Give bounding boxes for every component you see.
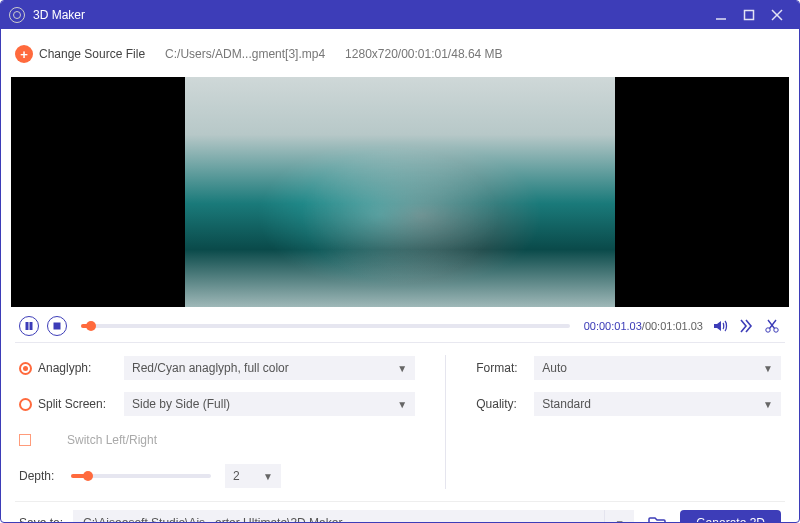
open-folder-button[interactable] bbox=[644, 510, 670, 523]
anaglyph-dropdown[interactable]: Red/Cyan anaglyph, full color▼ bbox=[124, 356, 415, 380]
chevron-down-icon: ▼ bbox=[263, 471, 273, 482]
playback-bar: 00:00:01.03/00:01:01.03 bbox=[15, 315, 785, 343]
depth-row: Depth: 2▼ bbox=[19, 463, 415, 489]
quality-label: Quality: bbox=[476, 397, 526, 411]
maximize-button[interactable] bbox=[735, 1, 763, 29]
svg-rect-6 bbox=[54, 323, 60, 329]
chevron-down-icon: ▼ bbox=[763, 399, 773, 410]
timecode: 00:00:01.03/00:01:01.03 bbox=[584, 320, 703, 332]
save-to-label: Save to: bbox=[19, 516, 63, 523]
format-row: Format: Auto▼ bbox=[476, 355, 781, 381]
source-file-meta: 1280x720/00:01:01/48.64 MB bbox=[345, 47, 502, 61]
titlebar[interactable]: 3D Maker bbox=[1, 1, 799, 29]
pause-button[interactable] bbox=[19, 316, 39, 336]
switch-lr-row: Switch Left/Right bbox=[19, 427, 415, 453]
split-screen-dropdown[interactable]: Side by Side (Full)▼ bbox=[124, 392, 415, 416]
column-separator bbox=[445, 355, 446, 489]
chevron-down-icon: ▼ bbox=[397, 363, 407, 374]
seek-slider[interactable] bbox=[81, 324, 570, 328]
app-icon bbox=[9, 7, 25, 23]
volume-button[interactable] bbox=[711, 317, 729, 335]
settings-panel: Anaglyph: Red/Cyan anaglyph, full color▼… bbox=[15, 351, 785, 489]
split-screen-row: Split Screen: Side by Side (Full)▼ bbox=[19, 391, 415, 417]
plus-icon: + bbox=[15, 45, 33, 63]
anaglyph-label: Anaglyph: bbox=[38, 361, 116, 375]
depth-label: Depth: bbox=[19, 469, 63, 483]
anaglyph-radio[interactable] bbox=[19, 362, 32, 375]
change-source-button[interactable]: + Change Source File bbox=[15, 45, 145, 63]
source-file-path: C:/Users/ADM...gment[3].mp4 bbox=[165, 47, 325, 61]
minimize-button[interactable] bbox=[707, 1, 735, 29]
split-screen-radio[interactable] bbox=[19, 398, 32, 411]
switch-lr-label: Switch Left/Right bbox=[67, 433, 157, 447]
generate-3d-button[interactable]: Generate 3D bbox=[680, 510, 781, 523]
stop-button[interactable] bbox=[47, 316, 67, 336]
split-screen-label: Split Screen: bbox=[38, 397, 116, 411]
window-title: 3D Maker bbox=[33, 8, 85, 22]
save-path-dropdown[interactable]: ▼ bbox=[604, 510, 634, 523]
switch-lr-checkbox[interactable] bbox=[19, 434, 31, 446]
cut-button[interactable] bbox=[763, 317, 781, 335]
svg-rect-1 bbox=[745, 11, 754, 20]
depth-dropdown[interactable]: 2▼ bbox=[225, 464, 281, 488]
quality-dropdown[interactable]: Standard▼ bbox=[534, 392, 781, 416]
format-label: Format: bbox=[476, 361, 526, 375]
format-dropdown[interactable]: Auto▼ bbox=[534, 356, 781, 380]
quality-row: Quality: Standard▼ bbox=[476, 391, 781, 417]
save-path-field: C:\Aiseesoft Studio\Ais...erter Ultimate… bbox=[73, 510, 634, 523]
svg-rect-5 bbox=[30, 322, 32, 330]
save-path-text: C:\Aiseesoft Studio\Ais...erter Ultimate… bbox=[73, 516, 604, 523]
current-time: 00:00:01.03 bbox=[584, 320, 642, 332]
total-time: 00:01:01.03 bbox=[645, 320, 703, 332]
source-bar: + Change Source File C:/Users/ADM...gmen… bbox=[15, 39, 785, 69]
footer: Save to: C:\Aiseesoft Studio\Ais...erter… bbox=[15, 501, 785, 523]
snapshot-button[interactable] bbox=[737, 317, 755, 335]
depth-slider[interactable] bbox=[71, 474, 211, 478]
close-button[interactable] bbox=[763, 1, 791, 29]
anaglyph-row: Anaglyph: Red/Cyan anaglyph, full color▼ bbox=[19, 355, 415, 381]
chevron-down-icon: ▼ bbox=[397, 399, 407, 410]
video-preview[interactable] bbox=[11, 77, 789, 307]
svg-rect-4 bbox=[26, 322, 28, 330]
chevron-down-icon: ▼ bbox=[763, 363, 773, 374]
change-source-label: Change Source File bbox=[39, 47, 145, 61]
video-content bbox=[185, 77, 615, 307]
